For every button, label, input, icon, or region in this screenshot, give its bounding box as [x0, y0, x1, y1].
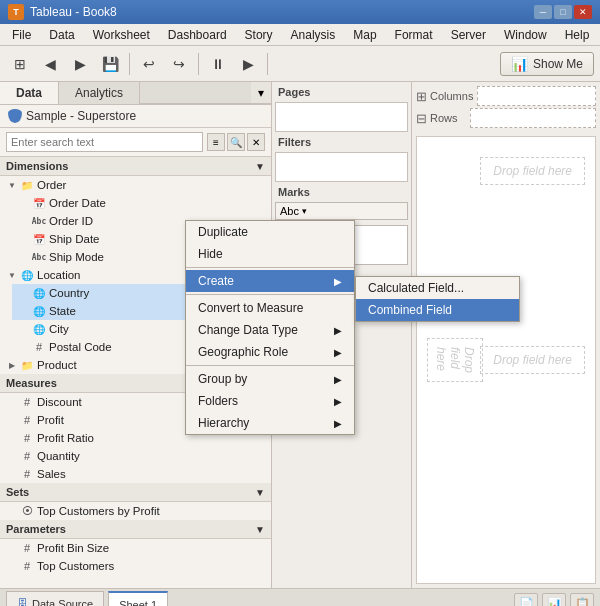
ctx-item-convert-to-measure[interactable]: Convert to Measure: [186, 297, 354, 319]
tab-data-source[interactable]: 🗄 Data Source: [6, 591, 104, 607]
ctx-item-group-by[interactable]: Group by ▶: [186, 368, 354, 390]
status-bar: 🗄 Data Source Sheet 1 📄 📊 📋: [0, 588, 600, 606]
main-view: ⊞ Columns ⊟ Rows: [412, 82, 600, 588]
search-magnify-btn[interactable]: 🔍: [227, 133, 245, 151]
top-customers-param-spacer: [6, 560, 18, 572]
ctx-item-hierarchy[interactable]: Hierarchy ▶: [186, 412, 354, 434]
menu-worksheet[interactable]: Worksheet: [85, 26, 158, 44]
tree-item-quantity[interactable]: # Quantity: [0, 447, 271, 465]
menu-format[interactable]: Format: [387, 26, 441, 44]
ctx-item-duplicate[interactable]: Duplicate: [186, 221, 354, 243]
marks-title: Marks: [275, 185, 408, 199]
menu-dashboard[interactable]: Dashboard: [160, 26, 235, 44]
menu-file[interactable]: File: [4, 26, 39, 44]
search-input[interactable]: [6, 132, 203, 152]
toolbar-redo-btn[interactable]: ↪: [165, 51, 193, 77]
discount-hash-icon: #: [20, 395, 34, 409]
columns-icon: ⊞: [416, 89, 427, 104]
new-worksheet-btn[interactable]: 📄: [514, 593, 538, 607]
profit-ratio-label: Profit Ratio: [37, 432, 94, 444]
menu-story[interactable]: Story: [237, 26, 281, 44]
sets-arrow[interactable]: ▼: [255, 487, 265, 498]
tab-data[interactable]: Data: [0, 82, 59, 104]
tab-analytics[interactable]: Analytics: [59, 82, 140, 104]
parameters-arrow[interactable]: ▼: [255, 524, 265, 535]
measures-label: Measures: [6, 377, 57, 389]
tree-item-sales[interactable]: # Sales: [0, 465, 271, 483]
toolbar-undo-btn[interactable]: ↩: [135, 51, 163, 77]
ctx-group-by-arrow: ▶: [334, 374, 342, 385]
menu-server[interactable]: Server: [443, 26, 494, 44]
product-folder-icon: 📁: [20, 358, 34, 372]
data-source-icon: 🗄: [17, 598, 28, 606]
tab-sheet1[interactable]: Sheet 1: [108, 591, 168, 607]
tree-item-top-customers-param[interactable]: # Top Customers: [0, 557, 271, 575]
toolbar-new-btn[interactable]: ⊞: [6, 51, 34, 77]
toolbar-run-btn[interactable]: ▶: [234, 51, 262, 77]
profit-label: Profit: [37, 414, 64, 426]
sets-header: Sets ▼: [0, 483, 271, 502]
panel-tabs: Data Analytics ▾: [0, 82, 271, 105]
state-spacer: [18, 305, 30, 317]
menu-map[interactable]: Map: [345, 26, 384, 44]
country-globe-icon: 🌐: [32, 286, 46, 300]
toolbar-forward-btn[interactable]: ▶: [66, 51, 94, 77]
quantity-hash-icon: #: [20, 449, 34, 463]
parameters-label: Parameters: [6, 523, 66, 535]
product-expand-icon: ▶: [6, 359, 18, 371]
ctx-item-hide[interactable]: Hide: [186, 243, 354, 265]
maximize-button[interactable]: □: [554, 5, 572, 19]
marks-type-label: Abc: [280, 205, 299, 217]
ctx-item-create[interactable]: Create ▶: [186, 270, 354, 292]
app-icon: T: [8, 4, 24, 20]
quantity-label: Quantity: [37, 450, 80, 462]
tree-item-order-date[interactable]: 📅 Order Date: [12, 194, 271, 212]
profit-bin-spacer: [6, 542, 18, 554]
marks-dropdown[interactable]: Abc ▾: [275, 202, 408, 220]
ctx-change-data-type-arrow: ▶: [334, 325, 342, 336]
product-group-label: Product: [37, 359, 77, 371]
tree-item-profit-bin-size[interactable]: # Profit Bin Size: [0, 539, 271, 557]
panel-menu-btn[interactable]: ▾: [251, 82, 271, 104]
toolbar-save-btn[interactable]: 💾: [96, 51, 124, 77]
tree-item-top-customers-set[interactable]: ⦿ Top Customers by Profit: [0, 502, 271, 520]
window-title: Tableau - Book8: [30, 5, 117, 19]
toolbar-back-btn[interactable]: ◀: [36, 51, 64, 77]
ctx-geo-role-arrow: ▶: [334, 347, 342, 358]
search-list-btn[interactable]: ≡: [207, 133, 225, 151]
columns-label: ⊞ Columns: [416, 89, 473, 104]
order-date-icon: 📅: [32, 196, 46, 210]
top-customers-set-label: Top Customers by Profit: [37, 505, 160, 517]
submenu-item-combined-field[interactable]: Combined Field: [356, 299, 519, 321]
ctx-item-geographic-role[interactable]: Geographic Role ▶: [186, 341, 354, 363]
tree-item-order-group[interactable]: ▼ 📁 Order: [0, 176, 271, 194]
show-me-icon: 📊: [511, 56, 528, 72]
new-story-btn[interactable]: 📋: [570, 593, 594, 607]
menu-data[interactable]: Data: [41, 26, 82, 44]
new-dashboard-btn[interactable]: 📊: [542, 593, 566, 607]
dimensions-arrow[interactable]: ▼: [255, 161, 265, 172]
drop-field-center: Dropfieldhere: [427, 338, 483, 382]
search-close-btn[interactable]: ✕: [247, 133, 265, 151]
toolbar-pause-btn[interactable]: ⏸: [204, 51, 232, 77]
columns-row: ⊞ Columns: [416, 86, 596, 106]
marks-dropdown-arrow[interactable]: ▾: [302, 206, 307, 216]
menu-help[interactable]: Help: [557, 26, 598, 44]
columns-rows: ⊞ Columns ⊟ Rows: [412, 82, 600, 132]
order-id-spacer: [18, 215, 30, 227]
parameters-header: Parameters ▼: [0, 520, 271, 539]
ship-mode-label: Ship Mode: [49, 251, 104, 263]
ctx-item-folders[interactable]: Folders ▶: [186, 390, 354, 412]
toolbar-sep2: [198, 53, 199, 75]
submenu-item-calculated-field[interactable]: Calculated Field...: [356, 277, 519, 299]
discount-label: Discount: [37, 396, 82, 408]
window-controls[interactable]: ─ □ ✕: [534, 5, 592, 19]
close-button[interactable]: ✕: [574, 5, 592, 19]
show-me-button[interactable]: 📊 Show Me: [500, 52, 594, 76]
sales-label: Sales: [37, 468, 66, 480]
menu-analysis[interactable]: Analysis: [283, 26, 344, 44]
ctx-item-change-data-type[interactable]: Change Data Type ▶: [186, 319, 354, 341]
minimize-button[interactable]: ─: [534, 5, 552, 19]
menu-window[interactable]: Window: [496, 26, 555, 44]
profit-hash-icon: #: [20, 413, 34, 427]
